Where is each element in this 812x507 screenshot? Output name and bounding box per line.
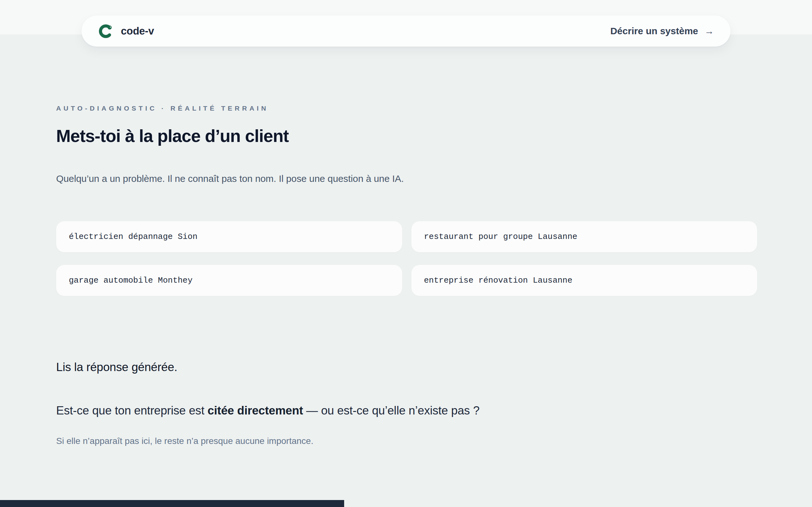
step-read-response: Lis la réponse générée. bbox=[56, 360, 757, 374]
top-nav: code-v Décrire un système → bbox=[82, 15, 730, 47]
next-section-edge bbox=[0, 500, 344, 507]
query-card-label: entreprise rénovation Lausanne bbox=[424, 276, 572, 285]
query-card-garage: garage automobile Monthey bbox=[56, 265, 402, 296]
section-eyebrow: AUTO-DIAGNOSTIC · RÉALITÉ TERRAIN bbox=[56, 105, 757, 112]
query-card-label: électricien dépannage Sion bbox=[69, 232, 198, 241]
brand-logo-icon bbox=[98, 24, 113, 39]
query-grid: électricien dépannage Sion restaurant po… bbox=[56, 221, 757, 296]
query-card-label: restaurant pour groupe Lausanne bbox=[424, 232, 577, 241]
query-card-renovation: entreprise rénovation Lausanne bbox=[411, 265, 757, 296]
nav-cta-describe-system[interactable]: Décrire un système → bbox=[610, 26, 714, 37]
brand-name: code-v bbox=[121, 25, 154, 37]
key-question-suffix: — ou est-ce qu’elle n’existe pas ? bbox=[303, 404, 479, 417]
nav-cta-label: Décrire un système bbox=[610, 26, 698, 37]
page-title: Mets-toi à la place d’un client bbox=[56, 126, 757, 146]
query-card-electricien: électricien dépannage Sion bbox=[56, 221, 402, 252]
main-content: AUTO-DIAGNOSTIC · RÉALITÉ TERRAIN Mets-t… bbox=[0, 105, 812, 446]
query-card-label: garage automobile Monthey bbox=[69, 276, 193, 285]
page-subtitle: Quelqu’un a un problème. Il ne connaît p… bbox=[56, 172, 757, 185]
importance-note: Si elle n’apparaît pas ici, le reste n’a… bbox=[56, 436, 757, 446]
brand[interactable]: code-v bbox=[98, 24, 154, 39]
query-card-restaurant: restaurant pour groupe Lausanne bbox=[411, 221, 757, 252]
key-question-emphasis: citée directement bbox=[207, 404, 303, 417]
key-question-prefix: Est-ce que ton entreprise est bbox=[56, 404, 207, 417]
arrow-right-icon: → bbox=[705, 26, 714, 37]
key-question: Est-ce que ton entreprise est citée dire… bbox=[56, 402, 757, 419]
